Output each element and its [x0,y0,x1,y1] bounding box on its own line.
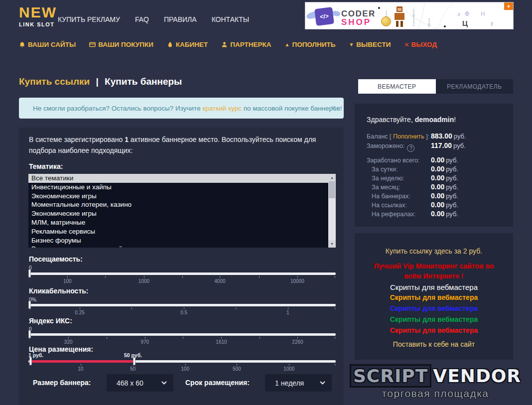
placement-term-select[interactable]: 1 неделя [265,374,332,392]
topup-link[interactable]: Пополнить [393,133,424,140]
nav-rules[interactable]: ПРАВИЛА [164,15,197,23]
tick-label: 100 [181,366,189,372]
advert-banner[interactable]: </> CODER SHOP 101 1012 10 э Ф Н Ц г + [305,2,514,29]
banner-size-select[interactable]: 468 x 60 [107,374,173,392]
scroll-down-icon[interactable]: ▼ [328,240,336,248]
triangle-down-icon: ▼ [349,42,354,47]
bell-icon [19,41,25,48]
droplet-icon [167,41,173,48]
yandex-iks-slider[interactable] [28,333,336,336]
tick-label: 10000 [290,278,304,284]
username: demoadmin [415,116,454,124]
promo-link[interactable]: Скрипты для вебмастера [355,304,513,312]
earnings-row: На баннерах: 0.00руб. [367,193,507,200]
usernav-partner[interactable]: ПАРТНЕРКА [221,41,271,48]
usernav-label: ВАШИ ПОКУПКИ [98,41,153,48]
letter-decor: э [457,11,460,17]
scroll-up-icon[interactable]: ▲ [328,174,336,181]
chevron-down-icon [161,381,167,385]
coin-icon [381,16,391,26]
tick-label: 500 [233,366,241,372]
promo-link[interactable]: Купить ссылку здесь за 2 руб. [355,247,513,255]
dot-decor [444,25,446,27]
person-icon [221,41,228,48]
promo-link[interactable]: Скрипты для вебмастера [355,326,513,334]
tab-advertiser[interactable]: РЕКЛАМОДАТЕЛЬ [436,79,514,94]
price-slider[interactable] [28,360,336,363]
tick-label: 0.5 [180,310,187,315]
nav-contacts[interactable]: КОНТАКТЫ [212,15,250,23]
thematics-option[interactable]: Развлекательные, новостной [28,245,328,248]
search-panel: В системе зарегистрировано 1 активное ба… [19,128,344,405]
yandex-iks-slider-label: Яндекс ИКС: [29,317,72,325]
promo-panel: Купить ссылку здесь за 2 руб. Лучший Vip… [355,233,513,360]
tick-label: 100 [63,278,72,284]
earnings-row: За месяц: 0.00руб. [367,184,507,191]
price-range-fill [29,360,133,363]
ctr-slider[interactable] [28,304,336,306]
promo-link[interactable]: Скрипты для вебмастера [355,315,513,323]
listbox-scrollbar[interactable]: ▲ ▼ [328,174,336,248]
nav-buy-ads[interactable]: КУПИТЬ РЕКЛАМУ [58,15,120,23]
balance-row: Баланс [ Пополнить ]: 883.00руб. [367,133,507,140]
letter-decor: Ф [465,10,469,17]
account-panel: Здравствуйте, demoadmin! Баланс [ Пополн… [355,104,513,227]
thematics-option[interactable]: Инвестиционные и хайпы [28,183,328,192]
tick-label: 1610 [216,339,227,345]
title-buy-links[interactable]: Купить ссылки [19,76,90,87]
promo-link[interactable]: Скрипты для вебмастера [355,283,513,291]
tick-label: 320 [64,339,73,345]
thematics-label: Тематика: [29,162,63,170]
usernav-withdraw[interactable]: ▼ ВЫВЕСТИ [349,41,391,48]
site-logo[interactable]: NEW LINK SLOT [19,4,57,27]
usernav-cabinet[interactable]: КАБИНЕТ [167,41,208,48]
greeting: Здравствуйте, demoadmin! [367,116,456,124]
placement-term-label: Срок размещения: [185,379,250,387]
user-nav: ВАШИ САЙТЫ ВАШИ ПОКУПКИ КАБИНЕТ ПАРТНЕРК… [19,41,437,48]
x-icon: ✕ [404,41,409,48]
price-slider-ticks: 10 50 100 500 1000 [28,364,336,373]
binary-decor: 10 [428,18,430,27]
tab-webmaster[interactable]: ВЕБМАСТЕР [358,79,436,94]
scrollbar-thumb[interactable] [329,181,335,198]
usernav-logout[interactable]: ✕ ВЫХОД [404,41,437,48]
site-logo-subtitle: LINK SLOT [19,21,57,27]
usernav-your-sites[interactable]: ВАШИ САЙТЫ [19,41,76,48]
usernav-your-purchases[interactable]: ВАШИ ПОКУПКИ [89,41,153,48]
help-icon[interactable]: ? [407,144,414,152]
short-course-link[interactable]: краткий курс [202,105,241,112]
info-alert: Не смогли разобраться? Остались вопросы?… [19,98,344,119]
chevron-down-icon [320,381,325,385]
tick-label: 970 [140,339,149,345]
usernav-label: ВЫВЕСТИ [356,41,391,48]
usernav-label: ПОПОЛНИТЬ [292,41,335,48]
promo-link[interactable]: Скрипты для вебмастера [355,293,513,301]
traffic-slider[interactable] [28,272,336,275]
banner-plus-button[interactable]: + [504,2,513,10]
tick-label: 1 [286,310,289,315]
site-logo-title: NEW [19,4,57,20]
close-icon[interactable]: ✕ [331,104,336,112]
thematics-listbox[interactable]: Все тематики Инвестиционные и хайпы Экон… [28,174,336,248]
page: NEW LINK SLOT КУПИТЬ РЕКЛАМУ FAQ ПРАВИЛА… [0,0,532,405]
banner-size-value: 468 x 60 [117,379,143,387]
tick-label: 2260 [292,339,303,345]
thematics-option[interactable]: Моментальные лотереи, казино [28,200,328,209]
usernav-deposit[interactable]: ▲ ПОПОЛНИТЬ [285,41,336,48]
usernav-label: ПАРТНЕРКА [230,41,271,48]
thematics-option[interactable]: Рекламные сервисы [28,227,328,236]
scriptvendor-logo[interactable]: SCRIPTVENDOR торговая площадка [348,366,523,400]
thematics-option[interactable]: Все тематики [28,174,328,183]
dot-decor [378,7,380,9]
thematics-option[interactable]: Экономические игры [28,209,328,218]
thematics-option[interactable]: МЛМ, матричные [28,218,328,227]
earnings-row: На ссылках: 0.00руб. [367,202,507,209]
thematics-option[interactable]: Бизнес форумы [28,236,328,245]
thematics-option[interactable]: Экономические игры [28,192,328,201]
card-icon [89,41,96,48]
promo-link[interactable]: Поставить к себе на сайт [355,340,513,348]
tick-label: 50 [130,366,135,372]
title-separator: | [96,76,98,87]
nav-faq[interactable]: FAQ [135,15,149,23]
promo-link[interactable]: Лучший Vip Мониторинг сайтов во всём Инт… [367,261,501,281]
